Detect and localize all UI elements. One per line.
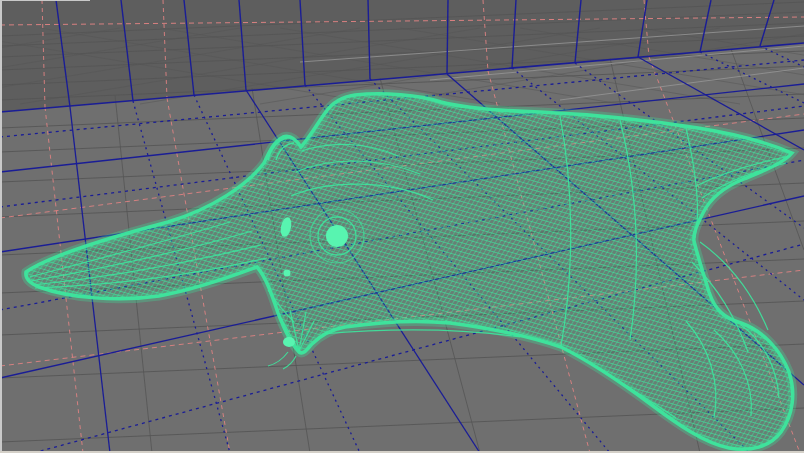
viewport-3d[interactable]	[0, 0, 804, 453]
window-border-left	[0, 0, 2, 453]
right-eye	[326, 225, 348, 247]
scene-canvas	[0, 0, 804, 453]
window-border-top	[0, 0, 90, 1]
nose	[283, 337, 295, 347]
cheek-dot	[284, 270, 291, 277]
